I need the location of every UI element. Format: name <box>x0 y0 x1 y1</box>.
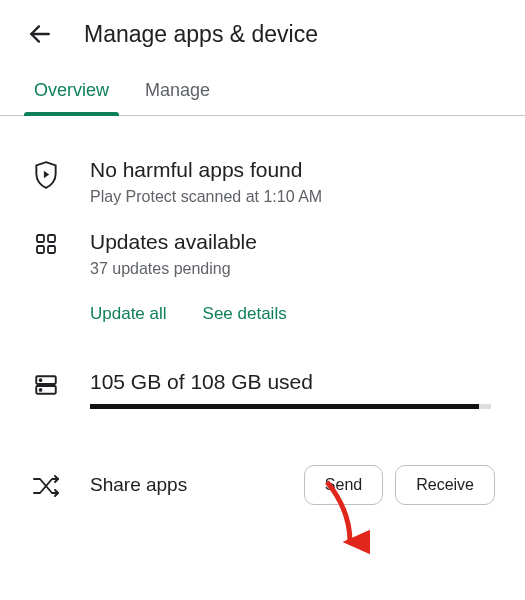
arrow-back-icon <box>27 21 53 47</box>
receive-button[interactable]: Receive <box>395 465 495 505</box>
svg-rect-4 <box>48 246 55 253</box>
tab-overview[interactable]: Overview <box>30 68 113 115</box>
apps-grid-icon <box>34 232 58 256</box>
share-apps-title: Share apps <box>90 474 187 496</box>
play-protect-row[interactable]: No harmful apps found Play Protect scann… <box>0 134 525 206</box>
play-protect-subtitle: Play Protect scanned at 1:10 AM <box>90 188 495 206</box>
update-all-button[interactable]: Update all <box>90 304 167 324</box>
svg-rect-2 <box>48 235 55 242</box>
storage-progress-bar <box>90 404 491 409</box>
svg-point-8 <box>40 389 42 391</box>
svg-point-7 <box>40 379 42 381</box>
updates-subtitle: 37 updates pending <box>90 260 495 278</box>
shield-play-icon <box>33 160 59 190</box>
see-details-button[interactable]: See details <box>203 304 287 324</box>
storage-row[interactable]: 105 GB of 108 GB used <box>0 328 525 409</box>
send-button[interactable]: Send <box>304 465 383 505</box>
svg-rect-1 <box>37 235 44 242</box>
updates-title: Updates available <box>90 230 495 254</box>
storage-text: 105 GB of 108 GB used <box>90 370 491 394</box>
svg-rect-3 <box>37 246 44 253</box>
play-protect-title: No harmful apps found <box>90 158 495 182</box>
storage-progress-fill <box>90 404 479 409</box>
tab-manage[interactable]: Manage <box>141 68 214 115</box>
share-apps-row: Share apps Send Receive <box>0 409 525 505</box>
page-title: Manage apps & device <box>84 21 318 48</box>
storage-icon <box>33 372 59 398</box>
tab-bar: Overview Manage <box>0 68 525 116</box>
shuffle-icon <box>32 475 60 497</box>
updates-row[interactable]: Updates available 37 updates pending <box>0 206 525 278</box>
back-button[interactable] <box>24 18 56 50</box>
